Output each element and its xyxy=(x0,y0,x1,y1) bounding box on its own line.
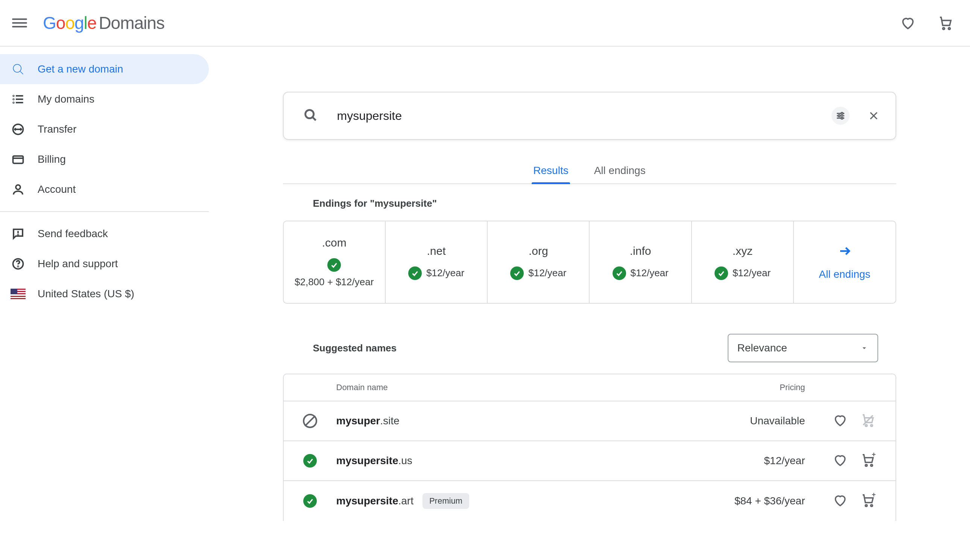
sidebar-item-label: Billing xyxy=(38,153,66,165)
domain-ext: .site xyxy=(380,415,399,427)
sidebar-item-account[interactable]: Account xyxy=(0,174,209,205)
domain-search-input[interactable] xyxy=(336,108,831,123)
help-icon xyxy=(10,256,25,272)
results-table: Domain name Pricing mysuper.site Unavail… xyxy=(283,373,896,521)
cart-icon[interactable] xyxy=(936,13,955,32)
svg-point-32 xyxy=(865,465,867,467)
heart-icon[interactable] xyxy=(833,413,847,429)
search-icon xyxy=(10,62,25,77)
add-to-cart-icon[interactable]: + xyxy=(861,453,875,469)
main-content: Results All endings Endings for "mysuper… xyxy=(209,47,970,521)
ending-cell-xyz[interactable]: .xyz $12/year xyxy=(692,222,794,303)
suggested-header: Suggested names Relevance xyxy=(283,334,896,362)
favorites-icon[interactable] xyxy=(898,13,917,32)
sidebar-item-get-new-domain[interactable]: Get a new domain xyxy=(0,54,209,84)
ending-cell-info[interactable]: .info $12/year xyxy=(590,222,692,303)
check-icon xyxy=(303,454,317,468)
tab-results[interactable]: Results xyxy=(532,158,570,183)
sidebar-item-feedback[interactable]: Send feedback xyxy=(0,219,209,249)
check-icon xyxy=(612,267,626,280)
product-name: Domains xyxy=(99,13,164,33)
svg-point-15 xyxy=(18,235,18,235)
divider xyxy=(0,211,209,212)
app-header: Google Domains xyxy=(0,0,970,47)
check-icon xyxy=(714,267,728,280)
svg-point-30 xyxy=(871,425,873,427)
row-price: Unavailable xyxy=(750,415,805,427)
svg-point-13 xyxy=(16,185,20,189)
sidebar-item-label: Transfer xyxy=(38,123,76,135)
endings-grid: .com $2,800 + $12/year .net $12/year .or… xyxy=(283,221,896,304)
arrow-right-icon xyxy=(838,244,851,259)
sidebar-item-region[interactable]: United States (US $) xyxy=(0,279,209,309)
ending-price: $12/year xyxy=(426,267,464,279)
ending-cell-org[interactable]: .org $12/year xyxy=(488,222,590,303)
ending-tld: .net xyxy=(426,245,445,257)
heart-icon[interactable] xyxy=(833,493,847,509)
col-pricing-label: Pricing xyxy=(779,383,805,392)
sidebar-item-my-domains[interactable]: My domains xyxy=(0,84,209,114)
sort-label: Relevance xyxy=(738,342,787,354)
table-row[interactable]: mysupersite.us $12/year + xyxy=(284,441,895,481)
results-table-header: Domain name Pricing xyxy=(284,374,895,402)
svg-point-1 xyxy=(948,28,950,30)
svg-point-2 xyxy=(13,64,21,72)
check-icon xyxy=(327,258,341,272)
ending-tld: .xyz xyxy=(733,245,753,257)
google-domains-logo[interactable]: Google Domains xyxy=(43,13,164,33)
suggested-title: Suggested names xyxy=(313,342,728,354)
feedback-icon xyxy=(10,226,25,241)
check-icon xyxy=(510,267,524,280)
ending-price: $12/year xyxy=(630,267,669,279)
domain-search-box xyxy=(283,92,896,140)
ending-cell-net[interactable]: .net $12/year xyxy=(386,222,488,303)
svg-point-29 xyxy=(865,425,867,427)
sidebar-item-label: My domains xyxy=(38,93,94,105)
sidebar-item-label: Send feedback xyxy=(38,228,108,240)
svg-point-33 xyxy=(871,465,873,467)
sidebar-item-label: Help and support xyxy=(38,258,118,270)
table-row[interactable]: mysuper.site Unavailable xyxy=(284,402,895,441)
domain-ext: .us xyxy=(398,455,412,467)
ending-price: $12/year xyxy=(733,267,771,279)
results-tabs: Results All endings xyxy=(283,158,896,184)
row-price: $84 + $36/year xyxy=(734,495,805,507)
svg-point-23 xyxy=(841,112,843,114)
ending-price: $2,800 + $12/year xyxy=(294,276,374,288)
svg-point-34 xyxy=(865,505,867,507)
check-icon xyxy=(303,494,317,508)
svg-point-35 xyxy=(871,505,873,507)
us-flag-icon xyxy=(10,288,25,299)
svg-point-7 xyxy=(13,95,14,96)
svg-point-18 xyxy=(305,110,313,118)
tab-all-endings[interactable]: All endings xyxy=(593,158,647,183)
ending-cell-all[interactable]: All endings xyxy=(794,222,895,303)
ending-tld: .com xyxy=(322,237,346,249)
sidebar-item-billing[interactable]: Billing xyxy=(0,144,209,174)
sidebar-item-transfer[interactable]: Transfer xyxy=(0,114,209,144)
domain-base: mysupersite xyxy=(336,455,398,467)
svg-line-19 xyxy=(313,117,316,120)
clear-search-button[interactable] xyxy=(865,107,883,125)
add-to-cart-icon[interactable]: + xyxy=(861,493,875,509)
svg-point-17 xyxy=(18,266,18,267)
table-row[interactable]: mysupersite.art Premium $84 + $36/year + xyxy=(284,481,895,521)
sidebar: Get a new domain My domains Transfer Bil… xyxy=(0,47,209,521)
sort-select[interactable]: Relevance xyxy=(728,334,878,362)
menu-icon[interactable] xyxy=(12,15,27,30)
svg-point-8 xyxy=(13,99,14,100)
ending-tld: .org xyxy=(528,245,548,257)
domain-base: mysuper xyxy=(336,415,380,427)
sidebar-item-help[interactable]: Help and support xyxy=(0,249,209,279)
heart-icon[interactable] xyxy=(833,453,847,469)
row-price: $12/year xyxy=(764,455,805,467)
svg-point-25 xyxy=(841,117,843,119)
search-filters-button[interactable] xyxy=(831,107,850,125)
chevron-down-icon xyxy=(860,344,868,352)
all-endings-label: All endings xyxy=(819,268,870,280)
premium-badge: Premium xyxy=(423,493,469,509)
ending-price: $12/year xyxy=(528,267,566,279)
ending-cell-com[interactable]: .com $2,800 + $12/year xyxy=(284,222,386,303)
domain-ext: .art xyxy=(398,495,413,507)
sidebar-item-label: Account xyxy=(38,183,75,195)
